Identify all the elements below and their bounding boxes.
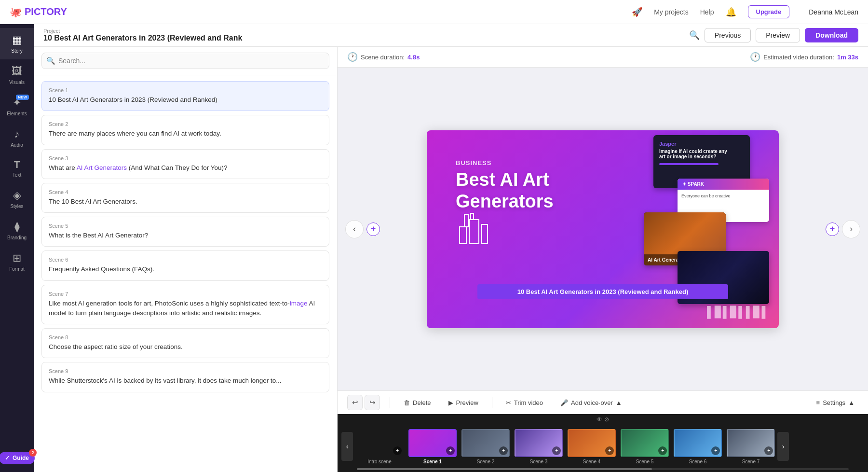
settings-button[interactable]: ≡ Settings ▲ xyxy=(813,397,858,408)
scene-card-8[interactable]: Scene 8Choose the aspect ratio size of y… xyxy=(41,328,329,358)
timeline-label-4: Scene 3 xyxy=(530,459,548,464)
scene-card-9[interactable]: Scene 9While Shutterstock's AI is backed… xyxy=(41,362,329,392)
svg-rect-2 xyxy=(482,224,488,244)
svg-rect-1 xyxy=(469,220,479,244)
sidebar-item-elements[interactable]: NEW ✦ Elements xyxy=(0,91,34,122)
previous-button[interactable]: Previous xyxy=(705,28,751,42)
user-name: Deanna McLean xyxy=(809,8,858,16)
spark-name: ✦ SPARK xyxy=(682,181,764,187)
scene-text-2: There are many places where you can find… xyxy=(49,129,322,139)
download-button[interactable]: Download xyxy=(805,28,858,42)
canvas-next-button[interactable]: › xyxy=(842,220,860,238)
sidebar-label-branding: Branding xyxy=(7,235,27,240)
body-area: 🔍 Scene 110 Best AI Art Generators in 20… xyxy=(34,47,868,472)
guide-badge: 2 xyxy=(29,449,37,457)
sidebar-item-format[interactable]: ⊞ Format xyxy=(0,246,34,278)
guide-button[interactable]: ✓ Guide 2 xyxy=(0,452,35,464)
scene-card-5[interactable]: Scene 5What is the Best AI Art Generator… xyxy=(41,217,329,247)
timeline-scrollbar[interactable] xyxy=(357,468,849,470)
sidebar-item-branding[interactable]: ⧫ Branding xyxy=(0,215,34,246)
sidebar: ▦ Story 🖼 Visuals NEW ✦ Elements ♪ Audio… xyxy=(0,24,34,472)
help-link[interactable]: Help xyxy=(700,8,714,16)
thumb-overlay-4: ✦ xyxy=(552,446,561,455)
rocket-icon[interactable]: 🚀 xyxy=(632,7,642,17)
project-header: Project 10 Best AI Art Generators in 202… xyxy=(34,24,868,47)
trim-label: Trim video xyxy=(514,399,543,406)
timeline-thumb-7[interactable]: ✦ xyxy=(674,429,722,457)
preview-title-line1: Best AI Art xyxy=(456,169,549,190)
scene-duration-value: 4.8s xyxy=(407,54,420,61)
timeline-scene-4: ✦Scene 3 xyxy=(512,429,565,464)
delete-icon: 🗑 xyxy=(404,399,410,406)
upgrade-button[interactable]: Upgrade xyxy=(748,5,790,18)
navbar: 🐙 PICTORY 🚀 My projects Help 🔔 Upgrade D… xyxy=(0,0,868,24)
timeline-thumb-5[interactable]: ✦ xyxy=(568,429,616,457)
scene-search-area: 🔍 xyxy=(34,47,337,75)
app-name: PICTORY xyxy=(25,6,67,17)
timeline-label-6: Scene 5 xyxy=(636,459,654,464)
sidebar-item-visuals[interactable]: 🖼 Visuals xyxy=(0,59,34,91)
app-logo[interactable]: 🐙 PICTORY xyxy=(10,6,67,18)
thumb-overlay-1: ✦ xyxy=(393,446,402,455)
timeline-thumb-2[interactable]: ✦ xyxy=(408,429,457,457)
preview-toolbar-button[interactable]: ▶ Preview xyxy=(445,397,482,408)
timeline-label-1: Intro scene xyxy=(367,459,391,464)
scene-card-3[interactable]: Scene 3What are AI Art Generators (And W… xyxy=(41,149,329,179)
timeline-thumb-6[interactable]: ✦ xyxy=(621,429,669,457)
sidebar-item-styles[interactable]: ◈ Styles xyxy=(0,183,34,215)
timeline-label-8: Scene 7 xyxy=(742,459,760,464)
timeline-thumb-8[interactable]: ✦ xyxy=(727,429,775,457)
video-duration-info: 🕐 Estimated video duration: 1m 33s xyxy=(750,52,858,62)
sidebar-item-text[interactable]: T Text xyxy=(0,153,34,183)
canvas-add-right-button[interactable]: + xyxy=(826,222,839,236)
sidebar-label-text: Text xyxy=(13,172,21,178)
timeline-scene-7: ✦Scene 6 xyxy=(671,429,724,464)
guide-label: Guide xyxy=(13,455,29,461)
scene-card-7[interactable]: Scene 7Like most AI generation tools for… xyxy=(41,285,329,325)
scene-card-2[interactable]: Scene 2There are many places where you c… xyxy=(41,115,329,145)
scene-preview: BUSINESS Best AI Art Generators xyxy=(427,130,779,328)
scene-card-4[interactable]: Scene 4The 10 Best AI Art Generators. xyxy=(41,183,329,213)
search-button[interactable]: 🔍 xyxy=(689,30,700,41)
trim-video-button[interactable]: ✂ Trim video xyxy=(502,397,547,408)
my-projects-link[interactable]: My projects xyxy=(654,8,689,16)
scene-card-1[interactable]: Scene 110 Best AI Art Generators in 2023… xyxy=(41,81,329,111)
scene-card-6[interactable]: Scene 6Frequently Asked Questions (FAQs)… xyxy=(41,250,329,280)
timeline-scene-5: ✦Scene 4 xyxy=(565,429,618,464)
sidebar-label-styles: Styles xyxy=(10,204,23,209)
canvas-add-left-button[interactable]: + xyxy=(366,222,380,236)
thumb-overlay-icon-6: ✦ xyxy=(661,448,665,453)
search-input[interactable] xyxy=(41,53,329,69)
notification-icon[interactable]: 🔔 xyxy=(726,7,736,17)
scene-list: Scene 110 Best AI Art Generators in 2023… xyxy=(34,75,337,472)
add-voice-over-button[interactable]: 🎤 Add voice-over ▲ xyxy=(556,397,626,408)
scene-text-7: Like most AI generation tools for art, P… xyxy=(49,299,322,319)
header-actions: 🔍 Previous Preview Download xyxy=(689,28,858,42)
timeline-right-arrow[interactable]: › xyxy=(777,432,789,461)
thumb-overlay-6: ✦ xyxy=(658,446,667,455)
timeline-label-2: Scene 1 xyxy=(423,459,442,464)
timeline-hide[interactable]: 👁 ⊘ xyxy=(338,414,868,425)
timeline-left-arrow[interactable]: ‹ xyxy=(341,432,353,461)
delete-button[interactable]: 🗑 Delete xyxy=(400,397,435,408)
preview-button[interactable]: Preview xyxy=(756,28,800,42)
project-label: Project xyxy=(43,28,683,34)
sidebar-item-audio[interactable]: ♪ Audio xyxy=(0,122,34,153)
timeline-scene-2: ✦Scene 1 xyxy=(406,429,459,464)
city-icon xyxy=(455,208,493,248)
timeline-thumb-1[interactable]: ✦ xyxy=(355,429,404,457)
thumb-overlay-3: ✦ xyxy=(499,446,508,455)
timeline-thumb-4[interactable]: ✦ xyxy=(515,429,563,457)
thumb-overlay-icon-8: ✦ xyxy=(767,448,771,453)
sidebar-item-story[interactable]: ▦ Story xyxy=(0,28,34,59)
timeline-thumb-3[interactable]: ✦ xyxy=(461,429,510,457)
undo-button[interactable]: ↩ xyxy=(347,395,363,410)
scene-num-1: Scene 1 xyxy=(49,87,322,93)
scene-num-9: Scene 9 xyxy=(49,368,322,374)
redo-button[interactable]: ↪ xyxy=(365,395,380,410)
sidebar-label-audio: Audio xyxy=(11,142,23,148)
canvas-prev-button[interactable]: ‹ xyxy=(345,220,364,238)
timeline-scene-3: ✦Scene 2 xyxy=(459,429,512,464)
toolbar-separator-2 xyxy=(492,397,492,408)
video-duration-label: Estimated video duration: xyxy=(763,54,834,61)
